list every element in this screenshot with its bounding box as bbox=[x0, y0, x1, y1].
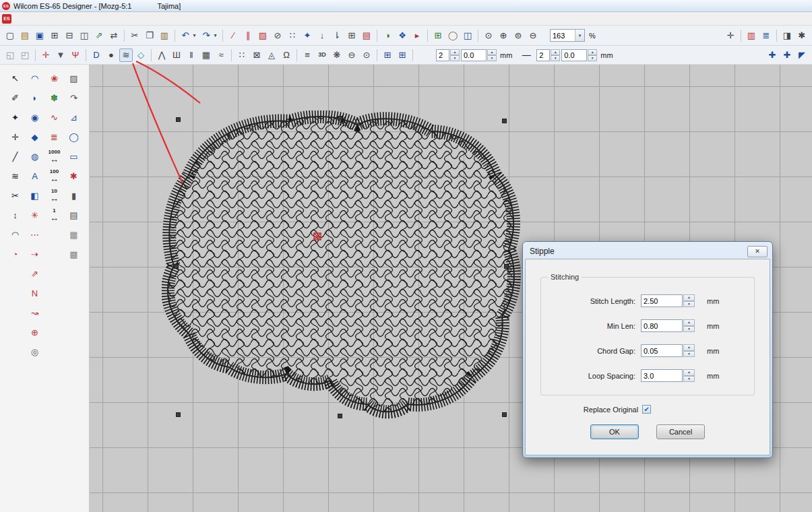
new-design-icon[interactable]: ▢ bbox=[3, 29, 17, 42]
zoom-box-icon[interactable]: ⊙ bbox=[482, 29, 495, 42]
menu-insert[interactable] bbox=[44, 18, 53, 20]
scissors-tool[interactable]: ✂ bbox=[7, 187, 24, 203]
color-wheel-icon[interactable]: ✳ bbox=[26, 207, 44, 223]
branching-icon[interactable]: Ψ bbox=[69, 49, 82, 62]
spinner-up-icon[interactable] bbox=[683, 319, 695, 326]
node-edit-tool[interactable]: ✛ bbox=[7, 129, 24, 145]
zoom-level-input[interactable] bbox=[551, 32, 575, 40]
selection-handle[interactable] bbox=[174, 264, 179, 269]
triple-run-icon[interactable]: ‖ bbox=[185, 49, 198, 62]
nudge-one-icon[interactable]: ✚ bbox=[780, 49, 794, 62]
selection-handle[interactable] bbox=[176, 412, 181, 417]
zigzag-stitch-tool[interactable]: ∿ bbox=[46, 109, 63, 125]
spinner-down-icon[interactable] bbox=[683, 376, 695, 383]
arc-digitize-icon[interactable]: ↷ bbox=[65, 90, 83, 106]
pattern-stamp-tool[interactable]: ◆ bbox=[26, 129, 44, 145]
layout-work-area-icon[interactable]: ⊞ bbox=[396, 49, 409, 62]
brain-stipple-design[interactable] bbox=[162, 110, 529, 424]
ellipse-tool[interactable]: ◯ bbox=[65, 129, 83, 145]
selection-handle[interactable] bbox=[338, 116, 342, 121]
color-film-icon[interactable]: ▥ bbox=[745, 29, 758, 42]
fan-stitch-icon[interactable]: ◠ bbox=[7, 226, 24, 243]
menu-edit[interactable] bbox=[25, 18, 34, 20]
spinner-up-icon[interactable] bbox=[683, 369, 695, 376]
field-input[interactable] bbox=[641, 344, 683, 357]
fill-stitch-icon[interactable]: ▨ bbox=[256, 29, 270, 42]
design-colors-icon[interactable]: ❖ bbox=[396, 29, 409, 42]
menu-window[interactable] bbox=[100, 18, 110, 20]
dotted-fill-icon[interactable]: ∷ bbox=[235, 49, 249, 62]
triangle-fill-icon[interactable]: ◬ bbox=[265, 49, 278, 62]
pin-stitch-icon[interactable]: ✛ bbox=[39, 49, 53, 62]
zoom-1to1-icon[interactable]: ⊜ bbox=[511, 29, 525, 42]
print-icon[interactable]: ⊟ bbox=[63, 29, 76, 42]
spinner-down-icon[interactable] bbox=[450, 55, 460, 61]
measure-tool[interactable]: ↕ bbox=[7, 207, 24, 223]
menu-stitch[interactable] bbox=[53, 18, 63, 20]
spinner-up-icon[interactable] bbox=[683, 344, 695, 351]
cross-stitch-icon[interactable]: ⊠ bbox=[250, 49, 263, 62]
menu-special[interactable] bbox=[63, 18, 72, 20]
proportional-scale-icon[interactable]: ◱ bbox=[3, 49, 17, 62]
zigzag-stitch-icon[interactable]: ⋀ bbox=[155, 49, 168, 62]
needle-points-icon[interactable]: ≣ bbox=[46, 129, 63, 145]
lettering-tool[interactable]: A bbox=[26, 168, 44, 184]
slow-redraw-icon[interactable]: ▸ bbox=[410, 29, 424, 42]
run-stitch-icon[interactable]: ∕ bbox=[226, 29, 240, 42]
outline-polygon-icon[interactable]: ◇ bbox=[134, 49, 148, 62]
auto-digitize-icon[interactable]: ✦ bbox=[301, 29, 314, 42]
ok-button[interactable]: OK bbox=[590, 424, 639, 439]
undo-dropdown-icon[interactable]: ▾ bbox=[191, 29, 198, 42]
selection-handle[interactable] bbox=[504, 264, 509, 269]
sequence-docker-icon[interactable]: ≣ bbox=[759, 29, 773, 42]
column-stitch-icon[interactable]: ✱ bbox=[65, 168, 83, 184]
copy-icon[interactable]: ❐ bbox=[143, 29, 156, 42]
motif-flower-icon[interactable]: ❀ bbox=[46, 70, 63, 86]
spinner-down-icon[interactable] bbox=[588, 55, 597, 61]
hatch-fill-icon[interactable]: ▨ bbox=[65, 70, 83, 86]
dot-run-icon[interactable]: ● bbox=[104, 49, 118, 62]
radial-fill-icon[interactable]: ⊙ bbox=[360, 49, 373, 62]
film-strip-icon[interactable]: ▤ bbox=[360, 29, 373, 42]
nudge-all-icon[interactable]: ✚ bbox=[766, 49, 779, 62]
travel-100-button[interactable]: 100↔ bbox=[46, 168, 63, 184]
redo-icon[interactable]: ↷ bbox=[199, 29, 213, 42]
stipple-fill-icon[interactable]: ∷ bbox=[286, 29, 299, 42]
offset-input[interactable] bbox=[461, 49, 487, 61]
redo-dropdown-icon[interactable]: ▾ bbox=[212, 29, 219, 42]
spinner-up-icon[interactable] bbox=[551, 49, 560, 55]
knife-tool[interactable]: ╱ bbox=[7, 148, 24, 164]
circle-digitize-tool[interactable]: ◉ bbox=[26, 109, 44, 125]
grid-toggle-icon[interactable]: ⊞ bbox=[431, 29, 445, 42]
field-input[interactable] bbox=[641, 294, 683, 307]
close-icon[interactable] bbox=[747, 246, 768, 257]
zoom-in-icon[interactable]: ⊕ bbox=[497, 29, 510, 42]
travel-1000-button[interactable]: 1000↔ bbox=[46, 148, 63, 164]
paste-icon[interactable]: ▥ bbox=[158, 29, 171, 42]
stitch-table-icon[interactable]: ⊞ bbox=[345, 29, 358, 42]
target-center-icon[interactable]: ⊕ bbox=[26, 324, 44, 340]
motif-plant-icon[interactable]: ✽ bbox=[46, 90, 63, 106]
spinner-up-icon[interactable] bbox=[450, 49, 460, 55]
menu-view[interactable] bbox=[34, 18, 44, 20]
selection-handle[interactable] bbox=[338, 414, 342, 418]
overview-window-icon[interactable]: ◫ bbox=[461, 29, 474, 42]
undo-icon[interactable]: ↶ bbox=[179, 29, 192, 42]
spinner-up-icon[interactable] bbox=[487, 49, 497, 55]
menu-help[interactable] bbox=[110, 18, 119, 20]
offset-dash-icon[interactable]: — bbox=[520, 49, 533, 62]
cancel-button[interactable]: Cancel bbox=[656, 424, 705, 439]
stitch-angle-icon[interactable]: ⇗ bbox=[26, 265, 44, 282]
contour-lines-icon[interactable]: ≡ bbox=[301, 49, 314, 62]
selection-handle[interactable] bbox=[176, 117, 181, 122]
needle-down-icon[interactable]: ↓ bbox=[315, 29, 329, 42]
weave-fill-icon[interactable]: ▩ bbox=[65, 246, 83, 262]
zoom-dropdown-icon[interactable] bbox=[575, 30, 584, 41]
spinner-down-icon[interactable] bbox=[683, 301, 695, 308]
curve-run-icon[interactable]: N bbox=[26, 285, 44, 301]
pan-icon[interactable]: ✛ bbox=[724, 29, 737, 42]
rectangle-tool[interactable]: ▭ bbox=[65, 148, 83, 164]
dialog-title-bar[interactable]: Stipple bbox=[525, 244, 770, 259]
properties-icon[interactable]: ✱ bbox=[795, 29, 809, 42]
hoop-toggle-icon[interactable]: ◯ bbox=[446, 29, 460, 42]
